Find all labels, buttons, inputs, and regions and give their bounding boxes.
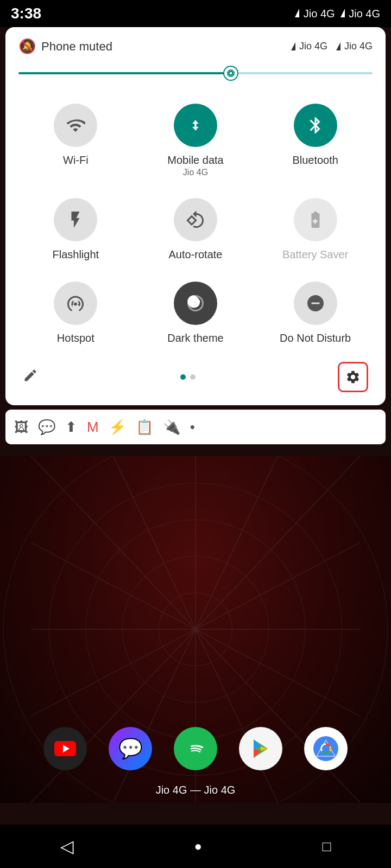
svg-line-6 [233, 75, 234, 75]
notif-fb-icon: ⚡ [109, 419, 126, 436]
svg-line-20 [195, 629, 278, 803]
tile-hotspot[interactable]: Hotspot [18, 273, 133, 351]
dnd-icon [306, 293, 325, 313]
auto-rotate-icon-circle [174, 198, 217, 241]
signal-label-1: Jio 4G [299, 41, 327, 52]
signal-1-label: Jio 4G [295, 8, 335, 20]
wifi-label: Wi-Fi [63, 154, 89, 167]
wifi-icon [66, 116, 85, 135]
tile-mobile-data[interactable]: Mobile data Jio 4G [138, 95, 253, 184]
brightness-track [18, 72, 373, 74]
dnd-icon-circle [294, 282, 337, 325]
dnd-label: Do Not Disturb [280, 331, 351, 344]
hotspot-label: Hotspot [57, 331, 94, 344]
page-indicator [180, 374, 195, 380]
battery-saver-icon [306, 210, 325, 229]
auto-rotate-label: Auto-rotate [169, 248, 223, 261]
auto-rotate-icon [186, 210, 205, 229]
svg-line-8 [229, 75, 229, 75]
tile-flashlight[interactable]: Flashlight [18, 189, 133, 267]
hotspot-icon [66, 293, 85, 313]
dark-theme-icon-circle [174, 282, 217, 325]
brightness-thumb[interactable] [223, 66, 238, 81]
battery-saver-icon-circle [294, 198, 337, 241]
page-dot-2 [190, 374, 195, 380]
dark-theme-label: Dark theme [167, 331, 223, 344]
mobile-data-icon-circle [174, 104, 217, 147]
brightness-row[interactable] [18, 65, 373, 82]
svg-line-17 [195, 456, 278, 629]
hotspot-icon-circle [54, 282, 97, 325]
tiles-grid: Wi-Fi Mobile data Jio 4G Bluetooth [18, 95, 373, 351]
app-youtube[interactable] [43, 727, 87, 770]
spotify-icon [184, 737, 207, 761]
status-time: 3:38 [11, 5, 41, 22]
notif-image-icon: 🖼 [14, 419, 28, 436]
settings-button[interactable] [338, 362, 368, 392]
network-label: Jio 4G — Jio 4G [156, 784, 236, 796]
recents-button[interactable]: □ [322, 838, 331, 855]
app-play[interactable] [239, 727, 282, 770]
muted-icon: 🔕 [18, 38, 36, 55]
flashlight-icon [66, 210, 85, 229]
notif-upload-icon: ⬆ [65, 419, 77, 436]
svg-line-21 [113, 629, 195, 803]
messenger-app-icon: 💬 [118, 737, 143, 760]
bluetooth-icon [306, 116, 325, 135]
status-right: Jio 4G Jio 4G [295, 8, 380, 20]
wifi-icon-circle [54, 104, 97, 147]
flashlight-label: Flashlight [53, 248, 99, 261]
settings-icon [345, 369, 361, 385]
status-bar: 3:38 Jio 4G Jio 4G [0, 0, 391, 27]
brightness-thumb-inner [227, 69, 235, 77]
svg-line-24 [113, 456, 195, 629]
wallpaper-area: 💬 [0, 456, 391, 803]
youtube-icon [54, 741, 76, 756]
svg-line-16 [31, 456, 195, 629]
signal-2-label: Jio 4G [340, 8, 380, 20]
notif-more-icon: • [190, 419, 195, 436]
signal-tri-1 [291, 42, 295, 50]
mobile-data-label: Mobile data [167, 154, 223, 167]
bluetooth-label: Bluetooth [292, 154, 338, 167]
dock-row: 💬 [0, 727, 391, 770]
phone-muted-label: Phone muted [41, 40, 112, 54]
mobile-data-icon [186, 116, 205, 135]
tile-dark-theme[interactable]: Dark theme [138, 273, 253, 351]
brightness-slider[interactable] [18, 65, 373, 82]
battery-saver-label: Battery Saver [282, 248, 348, 261]
home-button[interactable]: ● [194, 839, 202, 854]
tile-bluetooth[interactable]: Bluetooth [258, 95, 373, 184]
tile-auto-rotate[interactable]: Auto-rotate [138, 189, 253, 267]
sun-icon [227, 69, 235, 77]
app-messenger[interactable]: 💬 [109, 727, 152, 770]
play-icon [249, 737, 272, 760]
chrome-icon [313, 736, 338, 761]
quick-settings-panel: 🔕 Phone muted Jio 4G Jio 4G [5, 27, 386, 405]
signal-label-2: Jio 4G [344, 41, 373, 52]
notif-usb-icon: 🔌 [163, 419, 180, 436]
bluetooth-icon-circle [294, 104, 337, 147]
edit-button[interactable] [23, 368, 38, 387]
notif-card-icon: 📋 [136, 419, 153, 436]
app-spotify[interactable] [174, 727, 217, 770]
tile-wifi[interactable]: Wi-Fi [18, 95, 133, 184]
app-chrome[interactable] [304, 727, 348, 770]
notif-messenger-icon: 💬 [38, 419, 55, 436]
signal-tri-2 [336, 42, 340, 50]
signal-item-2: Jio 4G [336, 41, 373, 52]
svg-line-5 [229, 71, 229, 71]
qs-bottom-bar [18, 356, 373, 394]
tile-battery-saver[interactable]: Battery Saver [258, 189, 373, 267]
svg-line-10 [195, 456, 360, 629]
tile-dnd[interactable]: Do Not Disturb [258, 273, 373, 351]
qs-signals: Jio 4G Jio 4G [291, 41, 373, 52]
phone-muted-row: 🔕 Phone muted [18, 38, 112, 55]
svg-line-12 [195, 629, 360, 803]
flashlight-icon-circle [54, 198, 97, 241]
svg-point-0 [230, 72, 232, 75]
qs-header: 🔕 Phone muted Jio 4G Jio 4G [18, 38, 373, 55]
signal-item-1: Jio 4G [291, 41, 327, 52]
notif-gmail-icon: M [87, 419, 99, 436]
back-button[interactable]: ◁ [60, 836, 74, 857]
